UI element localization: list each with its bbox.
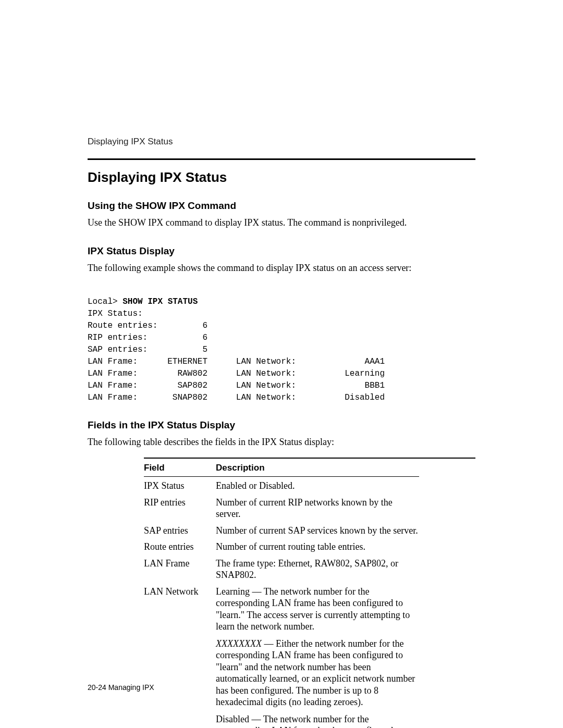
lan-network-para-disabled: Disabled — The network number for the co… [216,713,419,728]
section-using-show-ipx: Using the SHOW IPX Command [88,200,475,212]
frame-label: LAN Frame: [88,356,158,368]
xxxxxxxx-token: XXXXXXXX [216,638,262,649]
section-fields-in-display: Fields in the IPX Status Display [88,419,475,431]
count-value: 5 [192,344,207,356]
table-row: LAN Frame The frame type: Ethernet, RAW8… [144,554,419,583]
count-label: SAP entries: [88,344,192,356]
section-ipx-status-display: IPX Status Display [88,245,475,257]
col-field-header: Field [144,459,216,476]
frame-value: ETHERNET [158,356,207,368]
desc-cell: Number of current routing table entries. [216,538,419,554]
section3-text: The following table describes the fields… [88,436,475,448]
output-row: RIP entries:6 [88,332,475,344]
net-value: Learning [296,368,385,380]
field-cell: RIP entries [144,493,216,522]
frame-value: SAP802 [158,380,207,392]
lan-network-para-learning: Learning — The network number for the co… [216,586,419,633]
output-row: LAN Frame:SAP802LAN Network:BBB1 [88,380,475,392]
field-cell: IPX Status [144,477,216,493]
table-row: Route entries Number of current routing … [144,538,419,554]
section2-text: The following example shows the command … [88,262,475,274]
net-label: LAN Network: [207,368,296,380]
terminal-output: Local> SHOW IPX STATUS IPX Status: Route… [88,284,475,404]
count-label: RIP entries: [88,332,192,344]
net-value: BBB1 [296,380,385,392]
frame-label: LAN Frame: [88,392,158,404]
table-row: SAP entries Number of current SAP servic… [144,522,419,538]
page-number: 20-24 [88,683,106,692]
count-label: Route entries: [88,320,192,332]
count-value: 6 [192,320,207,332]
desc-cell: Number of current RIP networks known by … [216,493,419,522]
net-value: AAA1 [296,356,385,368]
frame-label: LAN Frame: [88,368,158,380]
net-label: LAN Network: [207,392,296,404]
section1-text: Use the SHOW IPX command to display IPX … [88,217,475,229]
command: SHOW IPX STATUS [123,297,198,306]
desc-cell-lan-network: Learning — The network number for the co… [216,583,419,728]
frame-label: LAN Frame: [88,380,158,392]
desc-cell: Number of current SAP services known by … [216,522,419,538]
top-rule [88,158,475,160]
page-title: Displaying IPX Status [88,169,475,186]
fields-table: Field Description IPX Status Enabled or … [144,459,419,728]
running-header: Displaying IPX Status [88,137,475,147]
frame-value: RAW802 [158,368,207,380]
field-cell: LAN Frame [144,554,216,583]
prompt: Local> [88,297,123,306]
lan-network-para-xxxxxxxx: XXXXXXXX — Either the network number for… [216,638,419,708]
table-row: IPX Status Enabled or Disabled. [144,477,419,493]
desc-cell: Enabled or Disabled. [216,477,419,493]
net-value: Disabled [296,392,385,404]
net-label: LAN Network: [207,356,296,368]
output-row: LAN Frame:SNAP802LAN Network:Disabled [88,392,475,404]
chapter-label: Managing IPX [106,683,154,692]
table-row: RIP entries Number of current RIP networ… [144,493,419,522]
desc-cell: The frame type: Ethernet, RAW802, SAP802… [216,554,419,583]
output-row: Route entries:6 [88,320,475,332]
output-line: IPX Status: [88,309,143,318]
output-row: LAN Frame:ETHERNETLAN Network:AAA1 [88,356,475,368]
field-cell-lan-network: LAN Network [144,583,216,728]
field-cell: SAP entries [144,522,216,538]
col-desc-header: Description [216,459,419,476]
page-footer: 20-24 Managing IPX [88,683,154,692]
count-value: 6 [192,332,207,344]
table-row: LAN Network Learning — The network numbe… [144,583,419,728]
output-row: SAP entries:5 [88,344,475,356]
net-label: LAN Network: [207,380,296,392]
field-cell: Route entries [144,538,216,554]
output-row: LAN Frame:RAW802LAN Network:Learning [88,368,475,380]
frame-value: SNAP802 [158,392,207,404]
